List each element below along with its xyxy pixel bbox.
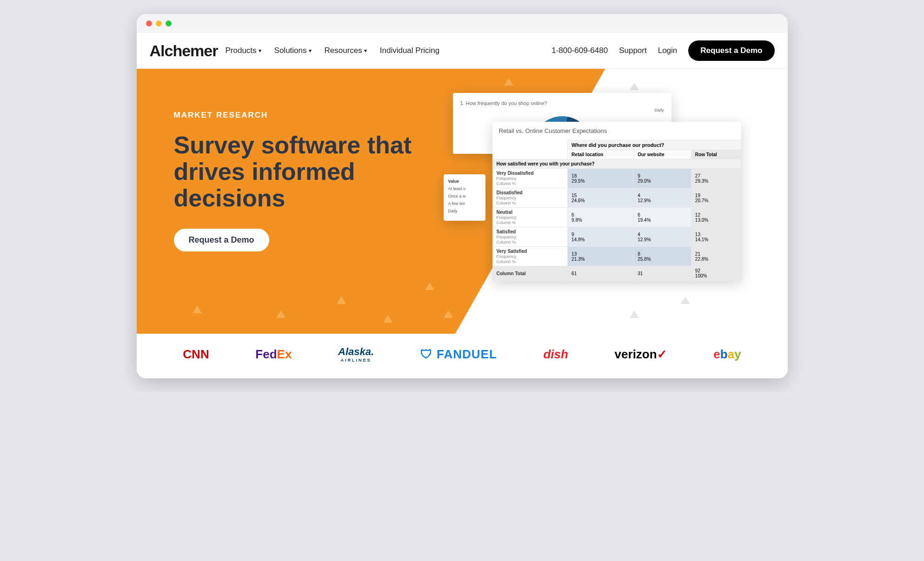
crosstab-table: Where did you purchase our product? Reta… [492,140,741,281]
col-header: Row Total [691,150,741,159]
total-cell: 31 [634,266,691,281]
browser-chrome [137,14,788,33]
values-row: At least o [448,186,481,191]
values-row: Once a w [448,194,481,198]
nav-resources[interactable]: Resources▾ [325,46,367,55]
crosstab-left-question: How satisfied were you with your purchas… [492,159,741,169]
pie-legend-label: Daily [460,108,664,112]
ebay-logo: ebay [713,347,741,362]
window-minimize-icon[interactable] [156,20,162,26]
nav-solutions[interactable]: Solutions▾ [274,46,312,55]
brand-logo[interactable]: Alchemer [150,42,218,60]
chevron-down-icon: ▾ [309,47,312,54]
nav-solutions-label: Solutions [274,46,307,55]
nav-pricing-label: Individual Pricing [380,46,440,55]
total-label: Column Total [497,271,526,276]
values-row: Daily [448,209,481,213]
alaska-airlines-logo: Alaska.AIRLINES [338,346,374,363]
header-right: 1-800-609-6480 Support Login Request a D… [552,40,774,61]
col-header: Our website [634,150,691,159]
hero-content: MARKET RESEARCH Survey software that dri… [174,111,434,251]
crosstab-row: NeutralFrequencyColumn % 69.8% 619.4% 12… [492,208,741,227]
nav-products-label: Products [225,46,256,55]
values-panel: Value At least o Once a w A few tim Dail… [444,174,485,221]
hero-headline: Survey software that drives informed dec… [174,132,434,212]
col-header: Retail location [568,150,634,159]
crosstab-row: SatisfiedFrequencyColumn % 914.8% 412.9%… [492,227,741,247]
window-close-icon[interactable] [146,20,152,26]
site-header: Alchemer Products▾ Solutions▾ Resources▾… [137,33,788,69]
crosstab-row: Very DissatisfiedFrequencyColumn % 1829.… [492,169,741,188]
request-demo-button[interactable]: Request a Demo [688,40,774,61]
crosstab-row: DissatisfiedFrequencyColumn % 1524.6% 41… [492,188,741,208]
total-cell: 61 [568,266,634,281]
verizon-logo: verizon✓ [615,347,667,362]
browser-window: Alchemer Products▾ Solutions▾ Resources▾… [137,14,788,378]
login-link[interactable]: Login [658,46,678,55]
window-maximize-icon[interactable] [166,20,172,26]
nav-pricing[interactable]: Individual Pricing [380,46,440,55]
customer-logos: CNN FedEx Alaska.AIRLINES 🛡 FANDUEL dish… [137,334,788,378]
nav-products[interactable]: Products▾ [225,46,261,55]
crosstab-row: Very SatisfiedFrequencyColumn % 1321.3% … [492,247,741,266]
hero-eyebrow: MARKET RESEARCH [174,111,434,120]
total-cell: 92100% [691,266,741,281]
cnn-logo: CNN [183,347,209,362]
values-header: Value [448,179,481,184]
dish-logo: dish [543,347,568,362]
phone-number[interactable]: 1-800-609-6480 [552,46,608,55]
support-link[interactable]: Support [619,46,647,55]
crosstab-top-question: Where did you purchase our product? [568,140,741,150]
pie-question: 1. How frequently do you shop online? [460,100,664,106]
crosstab-title: Retail vs. Online Customer Expectations [492,122,741,140]
chevron-down-icon: ▾ [259,47,261,54]
values-row: A few tim [448,201,481,206]
page-content: Alchemer Products▾ Solutions▾ Resources▾… [137,33,788,378]
chevron-down-icon: ▾ [364,47,367,54]
main-nav: Products▾ Solutions▾ Resources▾ Individu… [225,46,439,55]
hero-request-demo-button[interactable]: Request a Demo [174,229,269,251]
fedex-logo: FedEx [255,347,292,362]
crosstab-panel: Retail vs. Online Customer Expectations … [492,122,741,281]
hero-section: MARKET RESEARCH Survey software that dri… [137,69,788,334]
nav-resources-label: Resources [325,46,362,55]
fanduel-logo: 🛡 FANDUEL [420,347,497,362]
